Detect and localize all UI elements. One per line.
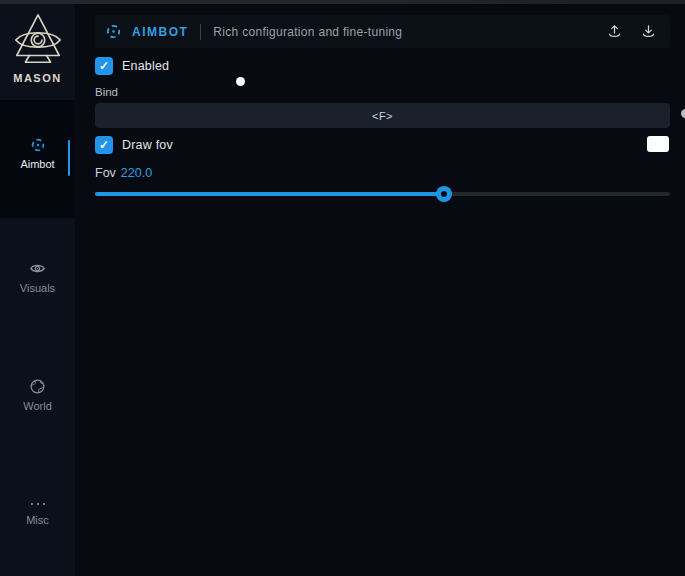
sidebar: MASON Aimbot Visuals	[0, 4, 75, 576]
fov-slider[interactable]	[95, 188, 670, 200]
enabled-setting: ✓ Enabled	[95, 57, 169, 75]
eye-icon	[29, 260, 46, 277]
ellipsis-icon	[29, 499, 47, 509]
bind-label: Bind	[95, 86, 118, 98]
page-subtitle: Rich configuration and fine-tuning	[213, 25, 402, 39]
enabled-checkbox[interactable]: ✓	[95, 57, 113, 75]
upload-icon	[606, 23, 623, 40]
fov-slider-fill	[95, 192, 444, 196]
fov-value: 220.0	[121, 166, 152, 180]
checkmark-icon: ✓	[99, 60, 109, 72]
enabled-label: Enabled	[122, 59, 169, 73]
fov-setting-label: Fov220.0	[95, 166, 152, 180]
sidebar-item-label: Visuals	[20, 282, 55, 294]
header-divider	[200, 24, 201, 40]
fov-label: Fov	[95, 166, 116, 180]
draw-fov-color-swatch[interactable]	[647, 136, 669, 152]
drag-dot	[681, 109, 685, 118]
page-header: AIMBOT Rich configuration and fine-tunin…	[95, 15, 670, 48]
bind-key-input[interactable]: <F>	[95, 103, 670, 128]
draw-fov-checkbox[interactable]: ✓	[95, 136, 113, 154]
pyramid-eye-icon	[9, 12, 67, 70]
main-content: AIMBOT Rich configuration and fine-tunin…	[75, 4, 685, 576]
sidebar-item-misc[interactable]: Misc	[0, 499, 75, 526]
app-logo: MASON	[0, 12, 75, 84]
download-config-button[interactable]	[636, 20, 660, 44]
sidebar-item-world[interactable]: World	[0, 378, 75, 412]
mason-app-window: MASON Aimbot Visuals	[0, 0, 685, 576]
sidebar-item-label: World	[23, 400, 52, 412]
sidebar-item-aimbot[interactable]: Aimbot	[0, 137, 75, 170]
upload-config-button[interactable]	[602, 20, 626, 44]
sidebar-item-label: Aimbot	[20, 158, 54, 170]
sidebar-item-visuals[interactable]: Visuals	[0, 260, 75, 294]
app-logo-label: MASON	[13, 72, 61, 84]
crosshair-icon	[30, 137, 46, 153]
draw-fov-label: Draw fov	[122, 138, 173, 152]
globe-icon	[29, 378, 46, 395]
download-icon	[640, 23, 657, 40]
sidebar-item-label: Misc	[26, 514, 49, 526]
draw-fov-setting: ✓ Draw fov	[95, 136, 173, 154]
crosshair-icon	[105, 23, 122, 40]
fov-slider-thumb[interactable]	[436, 186, 452, 202]
bind-key-value: <F>	[372, 110, 393, 122]
checkmark-icon: ✓	[99, 139, 109, 151]
mouse-cursor-dot	[236, 77, 245, 86]
page-title: AIMBOT	[132, 25, 188, 39]
